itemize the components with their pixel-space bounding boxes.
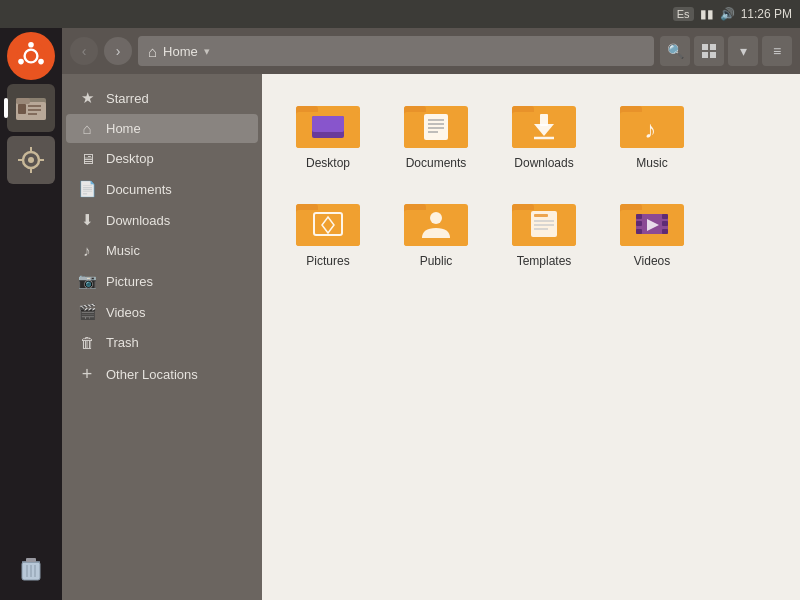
svg-point-4 [38,59,44,65]
view-dropdown-button[interactable]: ▾ [728,36,758,66]
folder-pictures[interactable]: Pictures [278,188,378,278]
svg-rect-8 [18,104,26,114]
starred-icon: ★ [78,89,96,107]
sidebar-label-downloads: Downloads [106,213,170,228]
sidebar-label-pictures: Pictures [106,274,153,289]
file-manager-window: ‹ › ⌂ Home ▾ 🔍 ▾ ≡ [62,28,800,600]
documents-icon: 📄 [78,180,96,198]
folder-videos[interactable]: Videos [602,188,702,278]
svg-rect-20 [26,558,36,562]
sidebar-item-desktop[interactable]: 🖥 Desktop [66,144,258,173]
topbar: Es ▮▮ 🔊 11:26 PM [0,0,800,28]
tools-dock-icon[interactable] [7,136,55,184]
home-sidebar-icon: ⌂ [78,120,96,137]
svg-point-2 [28,42,34,48]
svg-rect-26 [702,52,708,58]
sidebar-item-home[interactable]: ⌂ Home [66,114,258,143]
folder-icon-documents [404,98,468,152]
folder-music[interactable]: ♪ Music [602,90,702,180]
menu-button[interactable]: ≡ [762,36,792,66]
folder-icon-desktop [296,98,360,152]
forward-button[interactable]: › [104,37,132,65]
sidebar-item-other-locations[interactable]: + Other Locations [66,358,258,391]
ubuntu-logo-button[interactable] [7,32,55,80]
sidebar-item-downloads[interactable]: ⬇ Downloads [66,205,258,235]
search-button[interactable]: 🔍 [660,36,690,66]
location-dropdown-icon[interactable]: ▾ [204,45,210,58]
folder-icon-pictures [296,196,360,250]
location-bar: ⌂ Home ▾ [138,36,654,66]
header-bar: ‹ › ⌂ Home ▾ 🔍 ▾ ≡ [62,28,800,74]
svg-point-13 [28,157,34,163]
videos-icon: 🎬 [78,303,96,321]
location-text: Home [163,44,198,59]
trash-sidebar-icon: 🗑 [78,334,96,351]
folder-label-public: Public [420,254,453,270]
folder-label-videos: Videos [634,254,670,270]
speaker-icon: 🔊 [720,7,735,21]
svg-rect-46 [540,114,548,126]
folder-label-templates: Templates [517,254,572,270]
file-manager-dock-icon[interactable] [7,84,55,132]
view-toggle-button[interactable] [694,36,724,66]
folder-icon-downloads [512,98,576,152]
folder-desktop[interactable]: Desktop [278,90,378,180]
home-icon: ⌂ [148,43,157,60]
sidebar-item-videos[interactable]: 🎬 Videos [66,297,258,327]
sidebar-item-documents[interactable]: 📄 Documents [66,174,258,204]
svg-rect-73 [636,214,642,219]
content-area: Desktop [262,74,800,600]
folder-icon-public [404,196,468,250]
folder-label-downloads: Downloads [514,156,573,172]
sidebar-label-music: Music [106,243,140,258]
folder-label-music: Music [636,156,667,172]
svg-text:♪: ♪ [644,116,656,143]
sidebar-label-home: Home [106,121,141,136]
desktop-icon: 🖥 [78,150,96,167]
folder-label-pictures: Pictures [306,254,349,270]
svg-rect-65 [534,214,548,217]
svg-point-3 [18,59,24,65]
sidebar-label-videos: Videos [106,305,146,320]
trash-dock-icon[interactable] [7,544,55,592]
downloads-icon: ⬇ [78,211,96,229]
sidebar-label-trash: Trash [106,335,139,350]
back-button[interactable]: ‹ [70,37,98,65]
header-actions: 🔍 ▾ ≡ [660,36,792,66]
pictures-icon: 📷 [78,272,96,290]
sidebar-item-trash[interactable]: 🗑 Trash [66,328,258,357]
svg-rect-7 [16,98,30,104]
sidebar-label-documents: Documents [106,182,172,197]
folder-downloads[interactable]: Downloads [494,90,594,180]
svg-rect-37 [424,114,448,140]
sidebar-item-music[interactable]: ♪ Music [66,236,258,265]
svg-rect-77 [662,221,668,226]
folder-icon-music: ♪ [620,98,684,152]
sidebar-label-starred: Starred [106,91,149,106]
svg-point-60 [430,212,442,224]
sidebar-item-starred[interactable]: ★ Starred [66,83,258,113]
language-indicator: Es [673,7,694,21]
folder-icon-templates [512,196,576,250]
svg-rect-24 [702,44,708,50]
main-container: ‹ › ⌂ Home ▾ 🔍 ▾ ≡ [0,28,800,600]
folder-public[interactable]: Public [386,188,486,278]
folder-label-documents: Documents [406,156,467,172]
svg-rect-54 [296,210,360,246]
svg-rect-74 [636,221,642,226]
sidebar: ★ Starred ⌂ Home 🖥 Desktop 📄 Documents ⬇ [62,74,262,600]
svg-rect-25 [710,44,716,50]
folder-icon-videos [620,196,684,250]
svg-rect-78 [662,229,668,234]
sidebar-item-pictures[interactable]: 📷 Pictures [66,266,258,296]
sidebar-label-desktop: Desktop [106,151,154,166]
sidebar-label-other-locations: Other Locations [106,367,198,382]
svg-rect-75 [636,229,642,234]
svg-rect-32 [312,116,344,132]
folder-templates[interactable]: Templates [494,188,594,278]
folder-label-desktop: Desktop [306,156,350,172]
svg-rect-76 [662,214,668,219]
file-manager-body: ★ Starred ⌂ Home 🖥 Desktop 📄 Documents ⬇ [62,74,800,600]
folder-documents[interactable]: Documents [386,90,486,180]
svg-rect-33 [320,134,336,137]
